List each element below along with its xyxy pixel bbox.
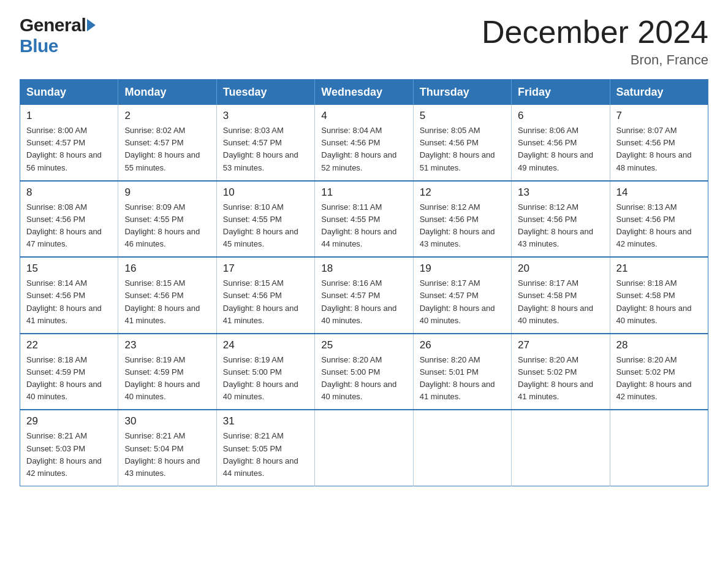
- day-info: Sunrise: 8:15 AMSunset: 4:56 PMDaylight:…: [124, 277, 210, 327]
- day-info: Sunrise: 8:21 AMSunset: 5:05 PMDaylight:…: [223, 430, 308, 480]
- day-header-wednesday: Wednesday: [315, 80, 413, 105]
- day-number: 7: [616, 110, 702, 122]
- day-info: Sunrise: 8:02 AMSunset: 4:57 PMDaylight:…: [124, 124, 210, 174]
- calendar-cell: 18Sunrise: 8:16 AMSunset: 4:57 PMDayligh…: [315, 257, 413, 334]
- week-row-5: 29Sunrise: 8:21 AMSunset: 5:03 PMDayligh…: [20, 410, 708, 486]
- calendar-cell: 1Sunrise: 8:00 AMSunset: 4:57 PMDaylight…: [20, 105, 118, 181]
- calendar-cell: 26Sunrise: 8:20 AMSunset: 5:01 PMDayligh…: [413, 334, 511, 410]
- day-info: Sunrise: 8:07 AMSunset: 4:56 PMDaylight:…: [616, 124, 702, 174]
- day-number: 24: [223, 339, 308, 351]
- logo: General Blue: [20, 15, 96, 56]
- calendar-cell: 12Sunrise: 8:12 AMSunset: 4:56 PMDayligh…: [413, 181, 511, 258]
- calendar-cell: 20Sunrise: 8:17 AMSunset: 4:58 PMDayligh…: [512, 257, 610, 334]
- calendar-cell: 8Sunrise: 8:08 AMSunset: 4:56 PMDaylight…: [20, 181, 118, 258]
- day-info: Sunrise: 8:03 AMSunset: 4:57 PMDaylight:…: [223, 124, 308, 174]
- day-header-row: SundayMondayTuesdayWednesdayThursdayFrid…: [20, 80, 708, 105]
- calendar-cell: 29Sunrise: 8:21 AMSunset: 5:03 PMDayligh…: [20, 410, 118, 486]
- logo-general: General: [20, 15, 86, 36]
- day-number: 28: [616, 339, 702, 351]
- calendar-cell: 14Sunrise: 8:13 AMSunset: 4:56 PMDayligh…: [610, 181, 708, 258]
- day-number: 31: [223, 415, 308, 427]
- day-number: 11: [321, 186, 406, 199]
- week-row-2: 8Sunrise: 8:08 AMSunset: 4:56 PMDaylight…: [20, 181, 708, 258]
- calendar-cell: 27Sunrise: 8:20 AMSunset: 5:02 PMDayligh…: [512, 334, 610, 410]
- day-number: 13: [518, 186, 603, 199]
- day-info: Sunrise: 8:12 AMSunset: 4:56 PMDaylight:…: [420, 201, 505, 251]
- month-title: December 2024: [482, 15, 708, 50]
- day-header-monday: Monday: [118, 80, 216, 105]
- day-info: Sunrise: 8:18 AMSunset: 4:59 PMDaylight:…: [26, 354, 112, 404]
- location: Bron, France: [482, 52, 708, 68]
- day-number: 22: [26, 339, 112, 351]
- calendar-cell: 19Sunrise: 8:17 AMSunset: 4:57 PMDayligh…: [413, 257, 511, 334]
- calendar-cell: [315, 410, 413, 486]
- day-number: 1: [26, 110, 112, 122]
- day-number: 27: [518, 339, 603, 351]
- day-number: 6: [518, 110, 603, 122]
- day-number: 25: [321, 339, 406, 351]
- day-info: Sunrise: 8:09 AMSunset: 4:55 PMDaylight:…: [124, 201, 210, 251]
- logo-blue: Blue: [20, 36, 58, 56]
- day-number: 30: [124, 415, 210, 427]
- calendar-cell: [512, 410, 610, 486]
- day-info: Sunrise: 8:19 AMSunset: 5:00 PMDaylight:…: [223, 354, 308, 404]
- week-row-1: 1Sunrise: 8:00 AMSunset: 4:57 PMDaylight…: [20, 105, 708, 181]
- logo-arrow-icon: [87, 19, 96, 31]
- day-number: 18: [321, 262, 406, 275]
- day-info: Sunrise: 8:13 AMSunset: 4:56 PMDaylight:…: [616, 201, 702, 251]
- day-header-friday: Friday: [512, 80, 610, 105]
- day-info: Sunrise: 8:20 AMSunset: 5:00 PMDaylight:…: [321, 354, 406, 404]
- day-info: Sunrise: 8:12 AMSunset: 4:56 PMDaylight:…: [518, 201, 603, 251]
- calendar-cell: 3Sunrise: 8:03 AMSunset: 4:57 PMDaylight…: [216, 105, 314, 181]
- calendar-cell: [413, 410, 511, 486]
- week-row-4: 22Sunrise: 8:18 AMSunset: 4:59 PMDayligh…: [20, 334, 708, 410]
- day-number: 29: [26, 415, 112, 427]
- calendar-cell: 28Sunrise: 8:20 AMSunset: 5:02 PMDayligh…: [610, 334, 708, 410]
- day-number: 9: [124, 186, 210, 199]
- calendar-cell: 13Sunrise: 8:12 AMSunset: 4:56 PMDayligh…: [512, 181, 610, 258]
- day-number: 20: [518, 262, 603, 275]
- day-number: 10: [223, 186, 308, 199]
- day-header-sunday: Sunday: [20, 80, 118, 105]
- day-number: 21: [616, 262, 702, 275]
- day-info: Sunrise: 8:18 AMSunset: 4:58 PMDaylight:…: [616, 277, 702, 327]
- day-number: 8: [26, 186, 112, 199]
- day-info: Sunrise: 8:11 AMSunset: 4:55 PMDaylight:…: [321, 201, 406, 251]
- calendar-cell: 9Sunrise: 8:09 AMSunset: 4:55 PMDaylight…: [118, 181, 216, 258]
- day-number: 2: [124, 110, 210, 122]
- day-header-saturday: Saturday: [610, 80, 708, 105]
- page-header: General Blue December 2024 Bron, France: [20, 15, 708, 68]
- day-number: 16: [124, 262, 210, 275]
- day-info: Sunrise: 8:15 AMSunset: 4:56 PMDaylight:…: [223, 277, 308, 327]
- calendar-cell: 10Sunrise: 8:10 AMSunset: 4:55 PMDayligh…: [216, 181, 314, 258]
- day-info: Sunrise: 8:16 AMSunset: 4:57 PMDaylight:…: [321, 277, 406, 327]
- calendar-cell: [610, 410, 708, 486]
- calendar-cell: 31Sunrise: 8:21 AMSunset: 5:05 PMDayligh…: [216, 410, 314, 486]
- title-block: December 2024 Bron, France: [482, 15, 708, 68]
- calendar-cell: 30Sunrise: 8:21 AMSunset: 5:04 PMDayligh…: [118, 410, 216, 486]
- day-number: 19: [420, 262, 505, 275]
- day-number: 15: [26, 262, 112, 275]
- day-info: Sunrise: 8:10 AMSunset: 4:55 PMDaylight:…: [223, 201, 308, 251]
- day-number: 14: [616, 186, 702, 199]
- day-info: Sunrise: 8:20 AMSunset: 5:02 PMDaylight:…: [616, 354, 702, 404]
- day-info: Sunrise: 8:04 AMSunset: 4:56 PMDaylight:…: [321, 124, 406, 174]
- day-number: 5: [420, 110, 505, 122]
- calendar-table: SundayMondayTuesdayWednesdayThursdayFrid…: [20, 79, 708, 486]
- calendar-cell: 11Sunrise: 8:11 AMSunset: 4:55 PMDayligh…: [315, 181, 413, 258]
- calendar-cell: 22Sunrise: 8:18 AMSunset: 4:59 PMDayligh…: [20, 334, 118, 410]
- calendar-cell: 4Sunrise: 8:04 AMSunset: 4:56 PMDaylight…: [315, 105, 413, 181]
- day-info: Sunrise: 8:20 AMSunset: 5:02 PMDaylight:…: [518, 354, 603, 404]
- day-number: 4: [321, 110, 406, 122]
- day-info: Sunrise: 8:20 AMSunset: 5:01 PMDaylight:…: [420, 354, 505, 404]
- day-info: Sunrise: 8:17 AMSunset: 4:57 PMDaylight:…: [420, 277, 505, 327]
- week-row-3: 15Sunrise: 8:14 AMSunset: 4:56 PMDayligh…: [20, 257, 708, 334]
- calendar-cell: 24Sunrise: 8:19 AMSunset: 5:00 PMDayligh…: [216, 334, 314, 410]
- day-info: Sunrise: 8:19 AMSunset: 4:59 PMDaylight:…: [124, 354, 210, 404]
- calendar-cell: 6Sunrise: 8:06 AMSunset: 4:56 PMDaylight…: [512, 105, 610, 181]
- calendar-cell: 21Sunrise: 8:18 AMSunset: 4:58 PMDayligh…: [610, 257, 708, 334]
- calendar-cell: 15Sunrise: 8:14 AMSunset: 4:56 PMDayligh…: [20, 257, 118, 334]
- day-info: Sunrise: 8:08 AMSunset: 4:56 PMDaylight:…: [26, 201, 112, 251]
- day-number: 12: [420, 186, 505, 199]
- calendar-cell: 7Sunrise: 8:07 AMSunset: 4:56 PMDaylight…: [610, 105, 708, 181]
